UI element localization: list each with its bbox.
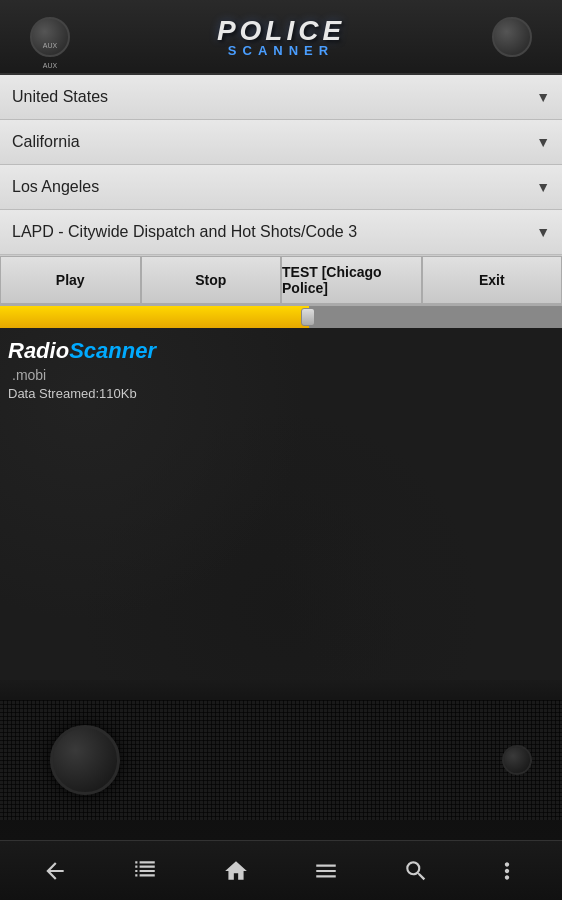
recents-icon xyxy=(132,858,158,884)
test-button[interactable]: TEST [Chicago Police] xyxy=(281,256,422,304)
city-arrow-icon: ▼ xyxy=(536,179,550,195)
buttons-row: Play Stop TEST [Chicago Police] Exit xyxy=(0,256,562,306)
bottom-nav xyxy=(0,840,562,900)
channel-dropdown[interactable]: LAPD - Citywide Dispatch and Hot Shots/C… xyxy=(0,210,562,255)
app-header: AUX POLICE SCANNER xyxy=(0,0,562,75)
progress-bar-container[interactable] xyxy=(0,306,562,328)
mobi-text: .mobi xyxy=(12,367,46,383)
progress-fill xyxy=(0,306,309,328)
speaker-left-knob xyxy=(50,725,120,795)
progress-thumb xyxy=(301,308,315,326)
back-button[interactable] xyxy=(33,849,77,893)
menu-button[interactable] xyxy=(304,849,348,893)
speaker-right-bump xyxy=(502,745,532,775)
country-value: United States xyxy=(12,88,536,106)
exit-button[interactable]: Exit xyxy=(422,256,563,304)
state-value: California xyxy=(12,133,536,151)
speaker-area xyxy=(0,680,562,840)
channel-arrow-icon: ▼ xyxy=(536,224,550,240)
play-button[interactable]: Play xyxy=(0,256,141,304)
scanner-text: SCANNER xyxy=(228,43,334,58)
home-icon xyxy=(223,858,249,884)
menu-icon xyxy=(313,858,339,884)
data-streamed: Data Streamed:110Kb xyxy=(8,386,554,401)
mobi-label: .mobi xyxy=(10,366,554,384)
radio-scanner-logo: RadioScanner xyxy=(8,338,554,364)
back-icon xyxy=(42,858,68,884)
search-button[interactable] xyxy=(394,849,438,893)
scanner-word: Scanner xyxy=(69,338,156,364)
search-icon xyxy=(403,858,429,884)
aux-label: AUX xyxy=(43,42,57,49)
home-button[interactable] xyxy=(214,849,258,893)
city-dropdown[interactable]: Los Angeles ▼ xyxy=(0,165,562,210)
country-arrow-icon: ▼ xyxy=(536,89,550,105)
header-logo: POLICE SCANNER xyxy=(217,15,345,58)
state-dropdown[interactable]: California ▼ xyxy=(0,120,562,165)
speaker-grill xyxy=(0,700,562,820)
city-value: Los Angeles xyxy=(12,178,536,196)
channel-value: LAPD - Citywide Dispatch and Hot Shots/C… xyxy=(12,223,536,241)
aux-knob: AUX xyxy=(30,17,70,57)
content-area: RadioScanner .mobi Data Streamed:110Kb xyxy=(0,328,562,680)
stop-button[interactable]: Stop xyxy=(141,256,282,304)
state-arrow-icon: ▼ xyxy=(536,134,550,150)
more-button[interactable] xyxy=(485,849,529,893)
more-icon xyxy=(494,858,520,884)
data-streamed-value: 110Kb xyxy=(99,386,137,401)
right-knob xyxy=(492,17,532,57)
data-streamed-label: Data Streamed: xyxy=(8,386,99,401)
radio-word: Radio xyxy=(8,338,69,364)
country-dropdown[interactable]: United States ▼ xyxy=(0,75,562,120)
dropdowns-section: United States ▼ California ▼ Los Angeles… xyxy=(0,75,562,256)
recents-button[interactable] xyxy=(123,849,167,893)
